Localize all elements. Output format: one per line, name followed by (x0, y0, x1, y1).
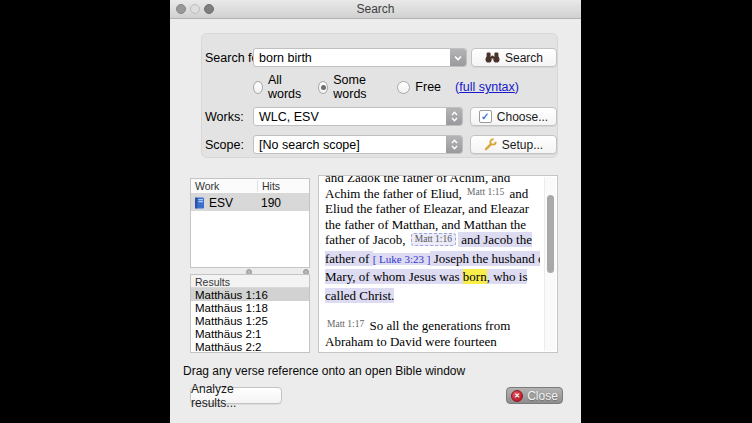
chevron-down-icon (454, 55, 462, 61)
full-syntax: (full syntax) (455, 80, 519, 94)
radios-slot: All wordsSome wordsFree (253, 73, 455, 101)
works-popup-value[interactable]: WLC, ESV (254, 110, 446, 124)
preview-line: called Christ. (325, 288, 540, 307)
close-red-icon: ✕ (511, 390, 523, 402)
preview-line (325, 306, 540, 318)
close-button-label: Close (527, 389, 558, 403)
word-mode-row: All wordsSome wordsFree (full syntax) (253, 79, 519, 95)
preview-line: father of [ Luke 3:23 ] Joseph the husba… (325, 251, 540, 270)
result-item[interactable]: Matthäus 2:2 (191, 340, 309, 353)
analyze-results-label: Analyze results... (191, 382, 281, 410)
search-input-value[interactable]: born birth (254, 51, 450, 65)
verse-text: Achim the father of Eliud, (325, 186, 465, 201)
preview-line: and Zadok the father of Achim, and (325, 175, 540, 186)
setup-button-label: Setup... (502, 138, 543, 152)
results-header: Results (191, 275, 309, 288)
search-button-label: Search (505, 51, 543, 65)
hits-col-hits: Hits (257, 180, 280, 192)
verse-text: Joseph the husband of (430, 251, 540, 266)
screen: Search Search for: born birth Search All… (0, 0, 752, 423)
search-input[interactable]: born birth (253, 48, 467, 67)
verse-text: and Jacob the (458, 232, 532, 247)
radio-label: Some words (333, 73, 383, 101)
scrollbar-thumb[interactable] (547, 195, 554, 273)
verse-text: , who is (487, 269, 528, 284)
radio-free[interactable]: Free (397, 80, 441, 94)
preview-line: the father of Matthan, and Matthan the (325, 217, 540, 233)
hits-rows: ESV190 (191, 194, 309, 211)
result-item[interactable]: Matthäus 1:16 (191, 288, 309, 301)
scope-popup[interactable]: [No search scope] (253, 135, 463, 154)
verse-text: and Zadok the father of Achim, and (325, 175, 510, 185)
preview-line: Achim the father of Eliud, Matt 1:15 and (325, 186, 540, 202)
window-title: Search (170, 2, 581, 16)
verse-text: father of Jacob, (325, 232, 409, 247)
radio-label: Free (415, 80, 441, 94)
preview-line: Eliud the father of Eleazar, and Eleazar (325, 201, 540, 217)
verse-text: the father of Matthan, and Matthan the (325, 217, 526, 232)
scope-popup-value[interactable]: [No search scope] (254, 138, 446, 152)
close-button[interactable]: ✕ Close (506, 387, 563, 404)
hits-col-work: Work (195, 180, 219, 192)
preview-line: generations, and from David to the (325, 349, 540, 353)
verse-ref-marker: Matt 1:16 (411, 233, 456, 246)
search-button[interactable]: Search (471, 48, 557, 67)
preview-line: Matt 1:17 So all the generations from (325, 318, 540, 334)
result-item[interactable]: Matthäus 2:1 (191, 327, 309, 340)
radio-all-words[interactable]: All words (253, 73, 304, 101)
up-down-chevrons-icon (451, 111, 458, 122)
paren-close: ) (515, 80, 519, 94)
preview-line: father of Jacob, Matt 1:16 and Jacob the (325, 232, 540, 251)
verse-text: called Christ. (325, 288, 394, 303)
preview-text: and Zadok the father of Achim, andAchim … (325, 175, 540, 353)
hits-table: Work Hits ESV190 (190, 178, 310, 268)
verse-text: born (463, 269, 487, 284)
wrench-icon (484, 138, 497, 151)
verse-text: father of (325, 251, 373, 266)
preview-line: Mary, of whom Jesus was born, who is (325, 269, 540, 288)
radio-circle-icon[interactable] (253, 81, 263, 94)
verse-text: and (506, 186, 528, 201)
drag-hint-text: Drag any verse reference onto an open Bi… (183, 364, 465, 378)
verse-text: generations, and from David to the (325, 349, 506, 353)
radio-label: All words (268, 73, 304, 101)
choose-button[interactable]: ✓ Choose... (470, 107, 557, 126)
works-popup-stepper[interactable] (446, 108, 462, 125)
result-item[interactable]: Matthäus 1:25 (191, 314, 309, 327)
setup-button[interactable]: Setup... (470, 135, 557, 154)
preview-scrollbar[interactable] (544, 177, 556, 351)
full-syntax-link[interactable]: full syntax (459, 80, 515, 94)
search-window: Search Search for: born birth Search All… (170, 0, 581, 423)
cross-ref-link: [ Luke 3:23 ] (373, 253, 431, 265)
hits-count: 190 (261, 196, 281, 210)
up-down-chevrons-icon (451, 139, 458, 150)
titlebar: Search (170, 0, 581, 19)
checkbox-checked-icon: ✓ (479, 110, 492, 123)
verse-ref-marker: Matt 1:17 (325, 319, 366, 329)
radio-circle-icon[interactable] (397, 81, 410, 94)
verse-text: Abraham to David were fourteen (325, 334, 497, 349)
radio-circle-icon[interactable] (318, 81, 328, 94)
choose-button-label: Choose... (497, 110, 548, 124)
works-popup[interactable]: WLC, ESV (253, 107, 463, 126)
search-history-dropdown[interactable] (450, 49, 466, 66)
hits-table-header: Work Hits (191, 179, 309, 194)
verse-ref-marker: Matt 1:15 (465, 187, 506, 197)
verse-text: Mary, of whom Jesus was (325, 269, 463, 284)
analyze-results-button[interactable]: Analyze results... (190, 387, 282, 404)
results-items: Matthäus 1:16Matthäus 1:18Matthäus 1:25M… (191, 288, 309, 353)
works-label: Works: (205, 110, 244, 124)
binoculars-icon (485, 52, 500, 63)
results-list: Results Matthäus 1:16Matthäus 1:18Matthä… (190, 274, 310, 353)
verse-text: Eliud the father of Eleazar, and Eleazar (325, 201, 529, 216)
radio-some-words[interactable]: Some words (318, 73, 383, 101)
verse-text: So all the generations from (366, 318, 510, 333)
preview-line: Abraham to David were fourteen (325, 334, 540, 350)
scope-popup-stepper[interactable] (446, 136, 462, 153)
work-name: ESV (209, 196, 233, 210)
book-icon (194, 197, 205, 209)
verse-preview-pane[interactable]: and Zadok the father of Achim, andAchim … (318, 175, 558, 353)
scope-label: Scope: (205, 138, 244, 152)
result-item[interactable]: Matthäus 1:18 (191, 301, 309, 314)
hits-row[interactable]: ESV190 (191, 194, 309, 211)
